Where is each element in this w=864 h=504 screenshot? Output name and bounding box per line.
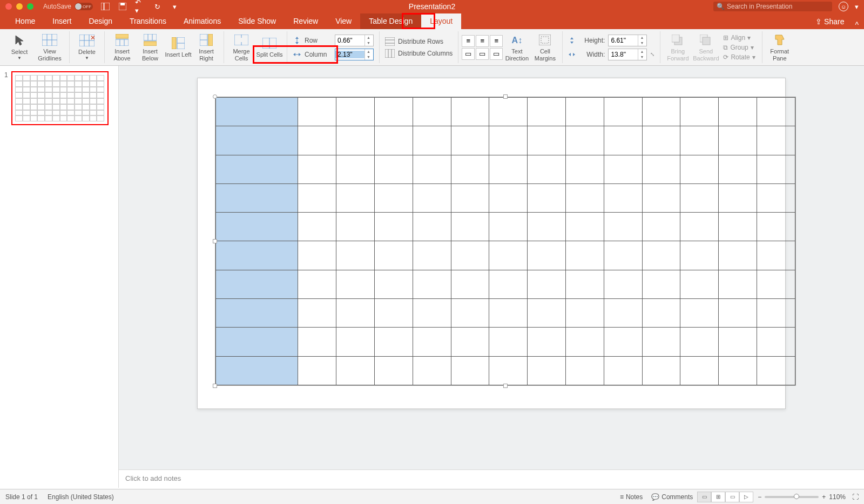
table-cell[interactable] (757, 270, 795, 298)
normal-view-button[interactable]: ▭ (697, 492, 711, 502)
table-cell[interactable] (451, 126, 489, 155)
column-width-value[interactable] (335, 51, 364, 58)
table-cell[interactable] (719, 155, 757, 183)
tab-home[interactable]: Home (6, 13, 44, 29)
tab-animations[interactable]: Animations (175, 13, 230, 29)
select-button[interactable]: Select▼ (5, 31, 33, 64)
row-height-input[interactable]: ▲▼ (335, 35, 374, 46)
table-cell[interactable] (413, 241, 451, 270)
table-cell[interactable] (565, 270, 604, 298)
stepper-down-icon[interactable]: ▼ (638, 55, 645, 60)
insert-above-button[interactable]: Insert Above (108, 31, 136, 64)
slide-sorter-button[interactable]: ⊞ (711, 492, 725, 502)
table-cell[interactable] (719, 328, 757, 356)
table-cell[interactable] (298, 356, 336, 385)
qat-customize-icon[interactable]: ▾ (170, 2, 179, 11)
zoom-out-button[interactable]: − (758, 493, 761, 501)
table-cell[interactable] (336, 98, 375, 126)
table-height-input[interactable]: ▲▼ (608, 35, 647, 46)
table-cell[interactable] (642, 270, 680, 298)
table-width-input[interactable]: ▲▼ (608, 49, 647, 60)
table-cell[interactable] (565, 126, 604, 155)
table-cell[interactable] (680, 270, 719, 298)
table-cell[interactable] (528, 213, 566, 241)
resize-handle-ml[interactable] (213, 239, 217, 243)
table-cell[interactable] (451, 356, 489, 385)
save-icon[interactable] (118, 2, 127, 11)
align-bottom-left-button[interactable]: ▭ (462, 48, 475, 60)
language-status[interactable]: English (United States) (48, 493, 114, 501)
table-cell[interactable] (451, 183, 489, 212)
align-top-left-button[interactable]: ≡ (462, 35, 475, 47)
table-cell[interactable] (528, 328, 566, 356)
table-cell[interactable] (413, 328, 451, 356)
table-cell[interactable] (298, 299, 336, 328)
table[interactable] (215, 97, 795, 385)
table-cell[interactable] (528, 241, 566, 270)
table-width-value[interactable] (609, 51, 638, 58)
table-cell[interactable] (413, 270, 451, 298)
table-cell[interactable] (413, 299, 451, 328)
zoom-slider[interactable] (765, 496, 819, 498)
insert-right-button[interactable]: Insert Right (192, 31, 220, 64)
table-cell[interactable] (565, 299, 604, 328)
close-window-icon[interactable] (5, 3, 12, 10)
table-cell[interactable] (642, 98, 680, 126)
table-cell[interactable] (216, 98, 298, 126)
tab-table-design[interactable]: Table Design (360, 13, 421, 29)
slide[interactable] (197, 78, 786, 409)
table-cell[interactable] (680, 356, 719, 385)
align-menu[interactable]: ⊞Align ▾ (721, 33, 757, 42)
resize-handle-bl[interactable] (213, 384, 217, 388)
table-cell[interactable] (489, 356, 528, 385)
cell-margins-button[interactable]: Cell Margins (531, 31, 559, 64)
table-cell[interactable] (528, 183, 566, 212)
table-cell[interactable] (680, 299, 719, 328)
minimize-window-icon[interactable] (16, 3, 23, 10)
stepper-down-icon[interactable]: ▼ (365, 55, 372, 60)
table-cell[interactable] (642, 328, 680, 356)
table-cell[interactable] (719, 98, 757, 126)
reading-view-button[interactable]: ▭ (725, 492, 739, 502)
table-cell[interactable] (451, 299, 489, 328)
table-cell[interactable] (374, 299, 413, 328)
table-cell[interactable] (680, 328, 719, 356)
table-cell[interactable] (216, 328, 298, 356)
table-cell[interactable] (489, 270, 528, 298)
table-cell[interactable] (528, 155, 566, 183)
table-cell[interactable] (336, 241, 375, 270)
align-top-center-button[interactable]: ≡ (476, 35, 489, 47)
align-bottom-right-button[interactable]: ▭ (490, 48, 503, 60)
table-cell[interactable] (374, 241, 413, 270)
table-cell[interactable] (413, 213, 451, 241)
share-button[interactable]: ⇪Share (810, 14, 849, 29)
table-cell[interactable] (757, 98, 795, 126)
slide-counter[interactable]: Slide 1 of 1 (5, 493, 38, 501)
bring-forward-button[interactable]: Bring Forward (664, 31, 692, 64)
row-height-value[interactable] (335, 37, 364, 44)
rotate-menu[interactable]: ⟳Rotate ▾ (721, 53, 757, 62)
table-height-value[interactable] (609, 37, 638, 44)
resize-handle-tl[interactable] (213, 94, 217, 99)
table-cell[interactable] (528, 126, 566, 155)
table-cell[interactable] (604, 98, 642, 126)
redo-icon[interactable]: ↻ (152, 2, 162, 11)
table-cell[interactable] (565, 213, 604, 241)
table-cell[interactable] (757, 299, 795, 328)
table-cell[interactable] (374, 155, 413, 183)
table-cell[interactable] (565, 241, 604, 270)
table-cell[interactable] (451, 98, 489, 126)
table-cell[interactable] (298, 213, 336, 241)
resize-handle-tm[interactable] (503, 94, 508, 99)
table-selection[interactable] (215, 97, 796, 386)
table-cell[interactable] (489, 328, 528, 356)
table-cell[interactable] (298, 126, 336, 155)
send-backward-button[interactable]: Send Backward (692, 31, 720, 64)
stepper-up-icon[interactable]: ▲ (638, 35, 645, 40)
table-cell[interactable] (216, 213, 298, 241)
table-cell[interactable] (451, 270, 489, 298)
tab-review[interactable]: Review (285, 13, 327, 29)
group-menu[interactable]: ⧉Group ▾ (721, 43, 757, 52)
table-cell[interactable] (451, 213, 489, 241)
table-cell[interactable] (642, 241, 680, 270)
